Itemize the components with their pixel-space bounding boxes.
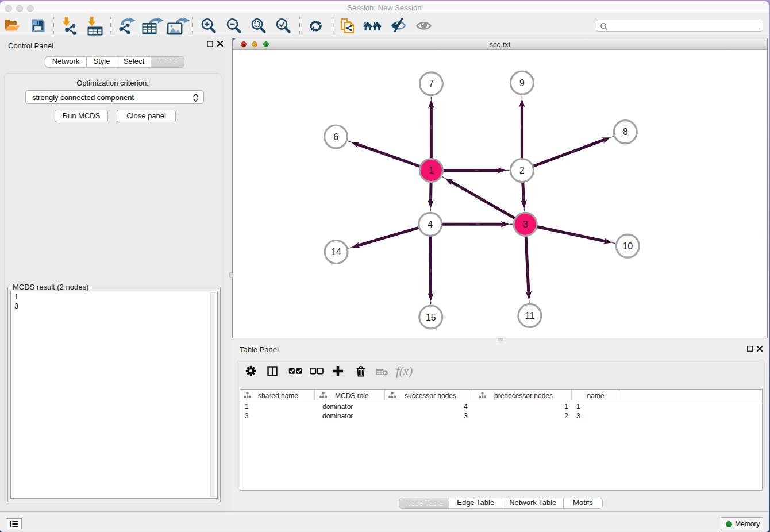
svg-text:3: 3 [523, 219, 528, 229]
svg-text:2: 2 [519, 165, 525, 175]
svg-text:6: 6 [333, 132, 338, 142]
svg-text:9: 9 [519, 78, 525, 88]
svg-text:10: 10 [622, 241, 633, 251]
svg-text:11: 11 [525, 311, 535, 321]
svg-text:7: 7 [429, 79, 434, 88]
svg-text:14: 14 [331, 247, 341, 257]
svg-text:15: 15 [426, 313, 436, 322]
svg-text:1: 1 [429, 165, 434, 175]
svg-text:4: 4 [428, 219, 433, 229]
svg-text:8: 8 [623, 127, 628, 137]
